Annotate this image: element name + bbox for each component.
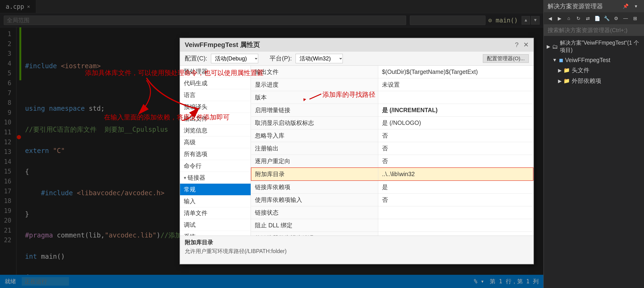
- prop-name-output: 输出文件: [251, 66, 378, 78]
- prop-name-linklib: 链接库依赖项: [251, 181, 378, 194]
- solution-tree: ▶ 🗂 解决方案"VeiwFFmpegTest"(1 个项目) ▼ ◼ Veiw…: [544, 36, 644, 88]
- solution-search[interactable]: [544, 24, 644, 36]
- nav-preprocessor[interactable]: 预处理器: [180, 66, 251, 77]
- nav-cmdline[interactable]: 命令行: [180, 160, 251, 172]
- prop-name-incremental: 启用增量链接: [251, 104, 378, 117]
- project-icon: ◼: [559, 57, 563, 63]
- panel-title-text: 解决方案资源管理器: [548, 2, 603, 10]
- project-expand-icon: ▼: [552, 57, 557, 63]
- nav-pch[interactable]: 预编译头: [180, 101, 251, 113]
- tree-external-deps[interactable]: ▶ 📁 外部依赖项: [555, 75, 644, 86]
- prop-name-version: 版本: [251, 91, 378, 104]
- tree-headers[interactable]: ▶ 📁 头文件: [555, 65, 644, 75]
- platform-label: 平台(P):: [270, 54, 292, 62]
- gear-btn[interactable]: ⚙: [612, 14, 620, 23]
- tree-project[interactable]: ▼ ◼ VeiwFFmpegTest: [550, 55, 644, 65]
- footer-desc: 允许用户重写环境库路径(/LIBPATH:folder): [185, 248, 529, 255]
- solution-label: 解决方案"VeiwFFmpegTest"(1 个项目): [560, 39, 641, 54]
- dialog-titlebar: VeiwFFmpegTest 属性页 ? ✕: [180, 38, 534, 51]
- prop-name-uselibdepinput: 使用库依赖项输入: [251, 194, 378, 206]
- prop-value-nologo[interactable]: 是 (/NOLOGO): [378, 117, 533, 129]
- prop-value-linkerwarning[interactable]: [378, 232, 533, 236]
- prop-value-version[interactable]: [378, 91, 533, 104]
- nav-advanced[interactable]: 高级: [180, 136, 251, 148]
- prop-row-ignorelib: 忽略导入库 否: [251, 129, 533, 142]
- properties-dialog: VeiwFFmpegTest 属性页 ? ✕ 配置(C): 活动(Debug) …: [180, 38, 534, 264]
- prop-row-version: 版本: [251, 91, 533, 104]
- config-label: 配置(C):: [185, 54, 207, 62]
- prop-value-peruser[interactable]: 否: [378, 155, 533, 168]
- prop-value-libdirs[interactable]: ..\..\lib\win32: [378, 168, 533, 181]
- prop-name-regoutput: 注册输出: [251, 142, 378, 155]
- dialog-overlay: VeiwFFmpegTest 属性页 ? ✕ 配置(C): 活动(Debug) …: [0, 0, 543, 288]
- headers-label: 头文件: [572, 66, 590, 74]
- settings-btn[interactable]: —: [621, 14, 630, 23]
- platform-select[interactable]: 活动(Win32): [296, 54, 343, 63]
- dialog-body: 预处理器 代码生成 语言 预编译头 输出文件 浏览信息 高级 所有选项 命令行 …: [180, 66, 534, 236]
- prop-row-blockdll: 阻止 DLL 绑定: [251, 219, 533, 232]
- dialog-footer: 附加库目录 允许用户重写环境库路径(/LIBPATH:folder): [180, 236, 534, 264]
- prop-value-uselibdepinput[interactable]: 否: [378, 194, 533, 206]
- prop-name-nologo: 取消显示启动版权标志: [251, 117, 378, 129]
- prop-value-ignorelib[interactable]: 否: [378, 129, 533, 142]
- pin-btn[interactable]: 📌: [621, 2, 630, 10]
- sync-btn[interactable]: ⇄: [584, 14, 592, 23]
- nav-language[interactable]: 语言: [180, 89, 251, 101]
- prop-row-regoutput: 注册输出 否: [251, 142, 533, 155]
- prop-row-linklib: 链接库依赖项 是: [251, 181, 533, 194]
- nav-output-file[interactable]: 输出文件: [180, 113, 251, 125]
- prop-row-peruser: 逐用户重定向 否: [251, 155, 533, 168]
- dialog-title-buttons: ? ✕: [515, 41, 529, 49]
- prop-value-blockdll[interactable]: [378, 219, 533, 232]
- nav-general[interactable]: 常规: [180, 184, 251, 196]
- nav-debug[interactable]: 调试: [180, 219, 251, 231]
- props-btn[interactable]: 🔧: [602, 14, 611, 23]
- refresh-btn[interactable]: ↻: [574, 14, 582, 23]
- prop-row-output: 输出文件 $(OutDir)$(TargetName)$(TargetExt): [251, 66, 533, 78]
- prop-row-linkerwarning: 将链接器警告视为错误: [251, 232, 533, 236]
- new-file-btn[interactable]: 📄: [593, 14, 602, 23]
- config-mgr-btn[interactable]: 配置管理器(O)...: [483, 54, 529, 63]
- prop-row-nologo: 取消显示启动版权标志 是 (/NOLOGO): [251, 117, 533, 129]
- nav-codegen[interactable]: 代码生成: [180, 77, 251, 89]
- prop-name-peruser: 逐用户重定向: [251, 155, 378, 168]
- home-btn[interactable]: ⌂: [564, 14, 573, 23]
- more-btn[interactable]: ⊞: [631, 14, 639, 23]
- headers-expand-icon: ▶: [558, 67, 562, 73]
- panel-header: 解决方案资源管理器 📌 ▾: [544, 0, 644, 12]
- nav-system[interactable]: 系统: [180, 231, 251, 236]
- panel-close-btn[interactable]: ▾: [632, 2, 640, 10]
- prop-name-ignorelib: 忽略导入库: [251, 129, 378, 142]
- dialog-props: 输出文件 $(OutDir)$(TargetName)$(TargetExt) …: [251, 66, 534, 236]
- forward-btn[interactable]: ▶: [555, 14, 564, 23]
- prop-row-progress: 显示进度 未设置: [251, 78, 533, 91]
- nav-linker-expand: ▾ 链接器: [184, 174, 247, 182]
- prop-row-incremental: 启用增量链接 是 (/INCREMENTAL): [251, 104, 533, 117]
- prop-value-regoutput[interactable]: 否: [378, 142, 533, 155]
- prop-value-progress[interactable]: 未设置: [378, 78, 533, 91]
- prop-name-blockdll: 阻止 DLL 绑定: [251, 219, 378, 232]
- dialog-help-btn[interactable]: ?: [515, 41, 518, 49]
- prop-value-incremental[interactable]: 是 (/INCREMENTAL): [378, 104, 533, 117]
- prop-value-output[interactable]: $(OutDir)$(TargetName)$(TargetExt): [378, 66, 533, 78]
- config-select[interactable]: 活动(Debug): [211, 54, 258, 63]
- project-label: VeiwFFmpegTest: [565, 57, 610, 63]
- folder-icon-headers: 📁: [564, 67, 570, 73]
- solution-icon: 🗂: [552, 43, 558, 50]
- tree-solution[interactable]: ▶ 🗂 解决方案"VeiwFFmpegTest"(1 个项目): [544, 38, 644, 55]
- dialog-close-btn[interactable]: ✕: [523, 41, 529, 49]
- prop-name-linkerwarning: 将链接器警告视为错误: [251, 232, 378, 236]
- nav-linker-group[interactable]: ▾ 链接器: [180, 172, 251, 184]
- back-btn[interactable]: ◀: [546, 14, 554, 23]
- prop-row-uselibdepinput: 使用库依赖项输入 否: [251, 194, 533, 206]
- nav-input[interactable]: 输入: [180, 196, 251, 207]
- nav-browse[interactable]: 浏览信息: [180, 125, 251, 136]
- solution-expand-icon: ▶: [547, 44, 550, 49]
- dialog-config-row: 配置(C): 活动(Debug) 平台(P): 活动(Win32) 配置管理器(…: [180, 51, 534, 66]
- nav-all-options[interactable]: 所有选项: [180, 148, 251, 160]
- prop-row-libdirs: 附加库目录 ..\..\lib\win32: [251, 168, 533, 181]
- prop-value-linklib[interactable]: 是: [378, 181, 533, 194]
- prop-value-linkstatus[interactable]: [378, 206, 533, 219]
- nav-manifest[interactable]: 清单文件: [180, 207, 251, 219]
- footer-section-title: 附加库目录: [185, 239, 529, 246]
